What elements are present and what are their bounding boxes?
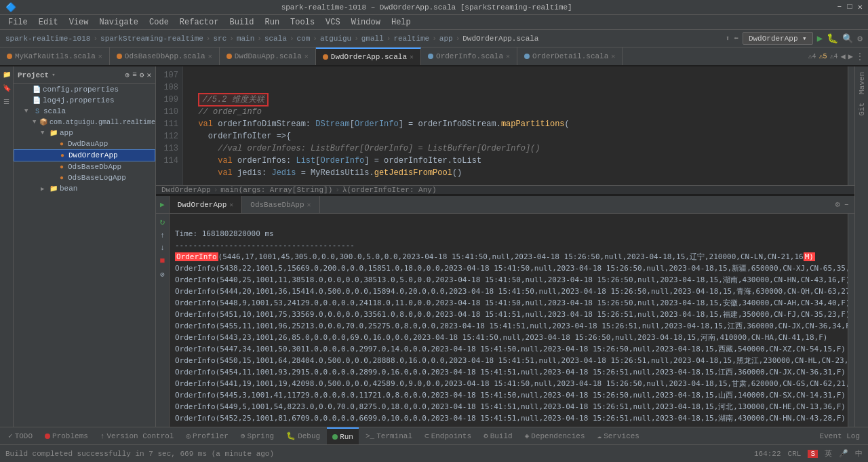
nav-com[interactable]: com	[297, 35, 311, 43]
project-close-btn[interactable]: ✕	[146, 71, 151, 79]
debug-btn[interactable]: 🐛	[827, 33, 838, 44]
nav-gmall[interactable]: gmall	[361, 35, 384, 43]
services-icon: ☁	[597, 431, 602, 440]
close-tab-orderinfo[interactable]: ✕	[506, 52, 510, 60]
search-btn[interactable]: 🔍	[842, 33, 853, 44]
menu-build[interactable]: Build	[224, 15, 259, 29]
toolbar-debug[interactable]: 🐛 Debug	[281, 427, 326, 444]
mic-icon: 🎤	[839, 449, 848, 458]
console-tab-odsbasedbapp[interactable]: OdsBaseDbApp ✕	[242, 196, 319, 213]
console-stop-btn[interactable]: ■	[160, 256, 165, 266]
tab-mykafkautils[interactable]: MyKafkaUtils.scala ✕	[0, 47, 110, 65]
nav-project[interactable]: spark-realtime-1018	[5, 35, 90, 43]
project-gear-btn[interactable]: ⚙	[140, 71, 144, 79]
menu-file[interactable]: File	[3, 15, 33, 29]
close-console-dwdorderapp[interactable]: ✕	[229, 201, 233, 209]
menu-run[interactable]: Run	[259, 15, 285, 29]
nav-back-btn[interactable]: ⬅	[734, 34, 738, 43]
tab-dwdorderapp[interactable]: DwdOrderApp.scala ✕	[316, 47, 421, 65]
tree-config-properties[interactable]: 📄 config.properties	[14, 84, 155, 95]
right-sidebar-maven-btn[interactable]: Maven	[856, 69, 867, 97]
console-scroll-up-btn[interactable]: ↑	[160, 231, 165, 239]
console-settings-btn[interactable]: ⚙	[835, 199, 840, 210]
project-add-btn[interactable]: ⊕	[125, 71, 130, 79]
nav-file[interactable]: DwdOrderApp.scala	[462, 35, 538, 43]
close-button[interactable]: ✕	[858, 2, 863, 12]
toolbar-profiler[interactable]: ◎ Profiler	[180, 427, 233, 444]
nav-action-btn[interactable]: ⬆	[726, 34, 730, 43]
toolbar-terminal[interactable]: >_ Terminal	[360, 427, 418, 444]
nav-module[interactable]: sparkStreaming-realtime	[100, 35, 203, 43]
console-minimize-btn[interactable]: –	[844, 200, 849, 210]
toolbar-spring[interactable]: ⊕ Spring	[235, 427, 279, 444]
tab-scroll-right[interactable]: ▶	[848, 52, 853, 62]
console-scroll-down-btn[interactable]: ↓	[160, 244, 165, 252]
toolbar-version-control[interactable]: ↑ Version Control	[95, 427, 180, 444]
console-filter-btn[interactable]: ⊘	[160, 270, 165, 279]
console-tab-dwdorderapp[interactable]: DwdOrderApp ✕	[170, 196, 243, 213]
toolbar-run[interactable]: Run	[327, 427, 359, 444]
console-restart-btn[interactable]: ↻	[160, 216, 165, 227]
settings-btn[interactable]: ⚙	[857, 33, 863, 44]
close-tab-dwddauapp[interactable]: ✕	[304, 52, 309, 60]
tree-log4j-properties[interactable]: 📄 log4j.properties	[14, 95, 155, 106]
menu-window[interactable]: Window	[346, 15, 386, 29]
maximize-button[interactable]: □	[848, 2, 852, 12]
endpoints-icon: ⊂	[425, 431, 429, 440]
tab-orderdetail[interactable]: OrderDetail.scala ✕	[517, 47, 623, 65]
close-tab-odsbasedbapp[interactable]: ✕	[208, 52, 212, 60]
right-sidebar-data-btn[interactable]: Git	[856, 100, 867, 119]
tab-scroll-left[interactable]: ◀	[841, 52, 846, 62]
editor-vscrollbar[interactable]	[848, 66, 854, 185]
tree-scala-folder[interactable]: ▼ S scala	[14, 106, 155, 117]
toolbar-event-log[interactable]: Event Log	[814, 432, 865, 440]
console-vscrollbar[interactable]	[848, 214, 854, 427]
code-content[interactable]: //5.2 维度关联 // order_info val orderInfoDi…	[183, 66, 854, 185]
tree-package[interactable]: ▼ 📦 com.atguigu.gmall.realtime	[14, 117, 155, 128]
menu-code[interactable]: Code	[144, 15, 174, 29]
menu-vcs[interactable]: VCS	[320, 15, 346, 29]
toolbar-problems[interactable]: Problems	[39, 427, 94, 444]
tab-dwddauapp[interactable]: DwdDauApp.scala ✕	[220, 47, 316, 65]
toolbar-services[interactable]: ☁ Services	[592, 427, 645, 444]
tab-odsbasedbapp[interactable]: OdsBaseDbApp.scala ✕	[110, 47, 220, 65]
toolbar-dependencies[interactable]: ◈ Dependencies	[519, 427, 591, 444]
menu-tools[interactable]: Tools	[285, 15, 320, 29]
menu-navigate[interactable]: Navigate	[94, 15, 144, 29]
run-config-dropdown[interactable]: DwdOrderApp ▾	[743, 32, 813, 45]
console-output[interactable]: Time: 1681802820000 ms -----------------…	[170, 214, 848, 427]
menu-help[interactable]: Help	[386, 15, 416, 29]
nav-scala[interactable]: scala	[264, 35, 287, 43]
sidebar-project-icon[interactable]: 📁	[1, 69, 12, 80]
toolbar-build[interactable]: ⚙ Build	[478, 427, 518, 444]
nav-atguigu[interactable]: atguigu	[320, 35, 351, 43]
tab-orderinfo[interactable]: OrderInfo.scala ✕	[421, 47, 517, 65]
nav-src[interactable]: src	[213, 35, 226, 43]
nav-app[interactable]: app	[439, 35, 453, 43]
tree-dwddauapp[interactable]: ▶ ● DwdDauApp	[14, 138, 155, 149]
close-tab-dwdorderapp[interactable]: ✕	[410, 53, 414, 61]
tree-app-folder[interactable]: ▼ 📁 app	[14, 128, 155, 138]
run-btn[interactable]: ▶	[817, 33, 823, 44]
tree-odsbasedbapp[interactable]: ▶ ● OdsBaseDbApp	[14, 161, 155, 172]
minimize-button[interactable]: –	[837, 2, 842, 12]
tree-bean-folder[interactable]: ▶ 📁 bean	[14, 183, 155, 194]
tree-dwdorderapp[interactable]: ▶ ● DwdOrderApp	[14, 149, 155, 161]
nav-main[interactable]: main	[237, 35, 254, 43]
nav-realtime[interactable]: realtime	[393, 35, 429, 43]
close-tab-mykafkautils[interactable]: ✕	[98, 52, 102, 60]
window-controls[interactable]: – □ ✕	[837, 2, 863, 12]
sidebar-bookmark-icon[interactable]: 🔖	[1, 83, 12, 94]
menu-edit[interactable]: Edit	[33, 15, 64, 29]
toolbar-endpoints[interactable]: ⊂ Endpoints	[419, 427, 477, 444]
menu-refactor[interactable]: Refactor	[174, 15, 224, 29]
close-console-odsbasedbapp[interactable]: ✕	[307, 201, 311, 209]
sidebar-structure-icon[interactable]: ☰	[1, 96, 12, 107]
project-sort-btn[interactable]: ≡	[132, 71, 137, 79]
tab-actions: ⚠4 ⚠5 ⚠4 ◀ ▶ ⋮	[804, 47, 868, 65]
tree-odsbaselogapp[interactable]: ▶ ● OdsBaseLogApp	[14, 172, 155, 183]
close-tab-orderdetail[interactable]: ✕	[611, 52, 615, 60]
tab-menu[interactable]: ⋮	[856, 52, 864, 62]
menu-view[interactable]: View	[64, 15, 94, 29]
toolbar-todo[interactable]: ✓ TODO	[3, 427, 38, 444]
